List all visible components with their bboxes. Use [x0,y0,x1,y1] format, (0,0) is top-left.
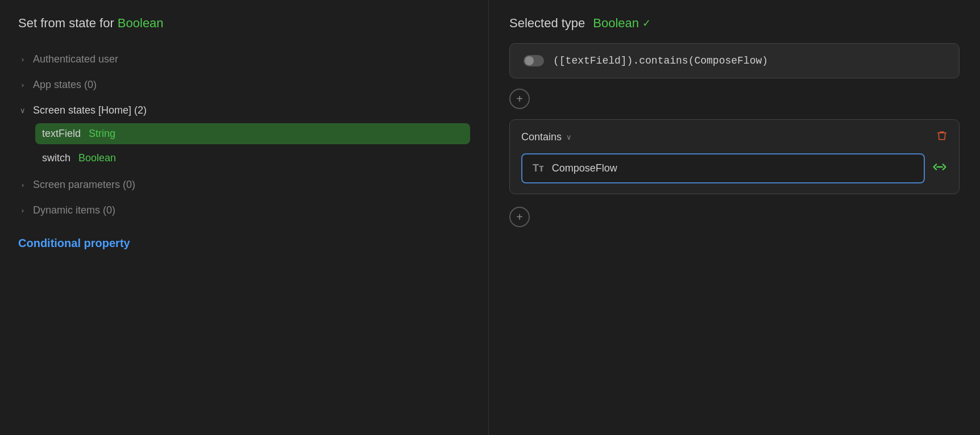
sidebar-item-dynamic-items[interactable]: › Dynamic items (0) [18,198,470,223]
condition-card: Contains ∨ Tт ComposeFlow [509,119,960,194]
sidebar-item-screen-states[interactable]: ∨ Screen states [Home] (2) [18,98,470,123]
right-panel: Selected type Boolean ✓ ([textField]).co… [489,0,980,435]
value-input-row: Tт ComposeFlow [521,153,948,183]
title-text: Set from state for [18,16,118,30]
expression-text: ([textField]).contains(ComposeFlow) [553,55,768,66]
page-title: Set from state for Boolean [18,16,470,31]
condition-header: Contains ∨ [521,130,948,144]
screen-states-children: textField String switch Boolean [35,123,470,172]
text-type-icon: Tт [533,162,544,174]
chevron-icon: › [18,81,27,89]
sidebar-item-label: Screen states [Home] (2) [33,104,147,116]
contains-dropdown[interactable]: Contains ∨ [521,131,572,143]
sidebar-item-authenticated-user[interactable]: › Authenticated user [18,47,470,72]
add-icon: + [516,93,523,106]
conditional-property-button[interactable]: Conditional property [18,237,470,250]
state-item-switch[interactable]: switch Boolean [35,148,470,169]
add-icon: + [516,211,523,224]
sidebar-item-label: App states (0) [33,79,97,91]
sidebar-item-app-states[interactable]: › App states (0) [18,72,470,98]
type-value-text: Boolean [593,16,639,31]
chevron-down-icon: ∨ [566,133,572,141]
add-condition-button-bottom[interactable]: + [509,207,530,227]
state-name: textField [42,128,81,140]
expression-box: ([textField]).contains(ComposeFlow) [509,43,960,78]
chevron-icon: › [18,206,27,215]
chevron-icon: ∨ [18,106,27,115]
conditional-property-label: Conditional property [18,237,130,249]
selected-type-row: Selected type Boolean ✓ [509,16,960,31]
dropdown-label: Contains [521,131,562,143]
sidebar-item-label: Screen parameters (0) [33,179,135,191]
title-type: Boolean [118,16,164,30]
left-panel: Set from state for Boolean › Authenticat… [0,0,489,435]
state-type: String [89,128,115,140]
state-item-textfield[interactable]: textField String [35,123,470,144]
value-text: ComposeFlow [552,162,617,174]
selected-type-value: Boolean ✓ [593,16,651,31]
delete-condition-button[interactable] [936,130,948,144]
add-condition-button-top[interactable]: + [509,89,530,109]
value-input-box[interactable]: Tт ComposeFlow [521,153,925,183]
sidebar-item-screen-parameters[interactable]: › Screen parameters (0) [18,172,470,198]
state-name: switch [42,152,70,164]
bind-variable-button[interactable] [932,159,948,178]
sidebar-item-label: Dynamic items (0) [33,204,115,216]
chevron-icon: › [18,181,27,189]
chevron-icon: › [18,55,27,64]
selected-type-label: Selected type [509,16,585,31]
check-icon: ✓ [642,17,651,30]
toggle-icon[interactable] [524,55,544,66]
state-type: Boolean [78,152,116,164]
sidebar-item-label: Authenticated user [33,53,118,65]
